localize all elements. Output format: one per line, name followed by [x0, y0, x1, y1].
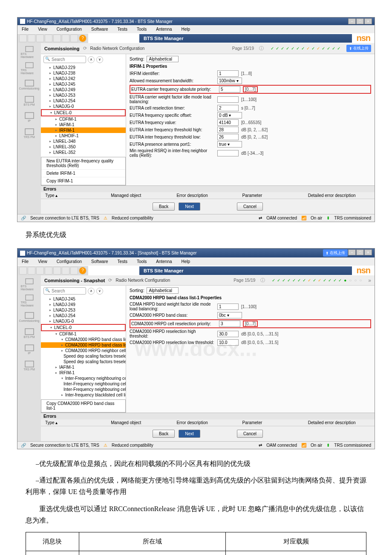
- tb-btn-1[interactable]: [19, 35, 27, 42]
- menu-tests[interactable]: Tests: [113, 258, 132, 265]
- property-value[interactable]: [217, 304, 239, 310]
- error-column-header[interactable]: Parameter: [241, 420, 306, 425]
- tree-item[interactable]: LNADJ-254: [41, 313, 126, 318]
- property-value[interactable]: true ▾: [217, 141, 242, 147]
- tree-item[interactable]: LNADJ-254: [41, 98, 126, 104]
- tree-item[interactable]: LNADJG-0: [41, 318, 126, 324]
- help-icon[interactable]: ?: [79, 267, 86, 275]
- tb-btn-1[interactable]: [19, 267, 27, 275]
- tree-item[interactable]: LNADJ-249: [41, 87, 126, 92]
- context-menu-item[interactable]: Copy IRFIM-1: [41, 177, 125, 185]
- tree-item[interactable]: LNADJ-245: [41, 296, 126, 302]
- tree-item[interactable]: LNREL-348: [41, 139, 126, 144]
- error-column-header[interactable]: Type ▴: [43, 193, 109, 198]
- tb-btn-6[interactable]: [62, 35, 69, 42]
- menu-software[interactable]: Software: [87, 26, 112, 32]
- sort-select[interactable]: Alphabetical: [147, 287, 178, 294]
- sidebar-bts-pm[interactable]: BTS PM: [21, 327, 38, 339]
- sidebar-ip[interactable]: IP: [21, 110, 38, 123]
- tree-item[interactable]: IRFIM-1: [41, 370, 126, 376]
- search-prev-button[interactable]: ∧: [88, 288, 95, 295]
- context-menu-item[interactable]: New EUTRA inter-frequency quality thresh…: [41, 157, 125, 170]
- tb-btn-6[interactable]: [62, 267, 69, 275]
- property-value[interactable]: [217, 331, 239, 337]
- info-icon[interactable]: ⓘ: [260, 277, 265, 283]
- tree-item[interactable]: LNHOIF-1: [41, 133, 126, 139]
- close-button[interactable]: ×: [364, 18, 372, 24]
- tree-item[interactable]: LNADJ-242: [41, 76, 126, 81]
- property-value[interactable]: [217, 119, 239, 126]
- sidebar-trs-hardware[interactable]: TRS Hardware: [21, 62, 38, 75]
- next-button[interactable]: Next: [179, 430, 200, 438]
- menu-view[interactable]: View: [34, 258, 52, 265]
- tree-item[interactable]: CDFIM-1: [41, 331, 126, 337]
- tree-item[interactable]: LNADJ-253: [41, 307, 126, 313]
- back-button[interactable]: Back: [153, 430, 175, 438]
- menu-software[interactable]: Software: [87, 258, 112, 265]
- tree-item[interactable]: Speed dep scaling factors treselection H…: [41, 359, 126, 364]
- tb-btn-3[interactable]: [36, 35, 44, 42]
- tree-item[interactable]: CDMA2000 HRPD band class list-1: [41, 342, 126, 348]
- tree-item[interactable]: LNADJ-253: [41, 92, 126, 98]
- menu-help[interactable]: Help: [177, 258, 195, 265]
- sidebar-bts-hardware[interactable]: BTS Hardware: [21, 278, 38, 291]
- tree-item[interactable]: CDMA2000 HRPD band class list: [41, 337, 126, 342]
- tree-item[interactable]: Speed dep scaling factors treselection 1…: [41, 353, 126, 359]
- menu-antenna[interactable]: Antenna: [152, 26, 176, 32]
- error-column-header[interactable]: Managed object: [109, 193, 175, 198]
- menu-help[interactable]: Help: [177, 26, 195, 32]
- tree-item[interactable]: Inter-Frequency neighbouring cell list-1: [41, 381, 126, 387]
- tree-item[interactable]: CDMA2000 HRPD neighbor cell list: [41, 348, 126, 353]
- sidebar-trs-hardware[interactable]: TRS Hardware: [21, 294, 38, 307]
- tb-btn-5[interactable]: [53, 35, 61, 42]
- crumb-refresh-icon[interactable]: ⟳: [83, 46, 87, 51]
- tb-btn-3[interactable]: [36, 267, 44, 275]
- sidebar-trs-pm[interactable]: TRS PM: [21, 359, 38, 372]
- context-menu-item[interactable]: Delete IRFIM-1: [41, 170, 125, 177]
- property-value[interactable]: [217, 105, 239, 111]
- tree-item[interactable]: LNREL-350: [41, 144, 126, 150]
- menu-configuration[interactable]: Configuration: [52, 26, 86, 32]
- sidebar-commissioning[interactable]: Commissioning: [21, 310, 38, 323]
- tree-item[interactable]: LNCEL-0: [41, 109, 126, 116]
- tree-item[interactable]: LNADJ-229: [41, 65, 126, 70]
- search-input[interactable]: [43, 287, 86, 295]
- property-value[interactable]: [219, 321, 240, 327]
- menu-antenna[interactable]: Antenna: [152, 258, 176, 265]
- crumb-refresh-icon[interactable]: ⟳: [108, 278, 112, 283]
- menu-tools[interactable]: Tools: [133, 258, 151, 265]
- property-value[interactable]: [217, 339, 239, 346]
- tree-item[interactable]: LNADJ-245: [41, 81, 126, 87]
- search-next-button[interactable]: ∨: [96, 288, 103, 295]
- context-menu-item[interactable]: Copy CDMA2000 HRPD band class list-1: [41, 400, 125, 412]
- tb-btn-4[interactable]: [45, 267, 52, 275]
- cancel-button[interactable]: Cancel: [237, 430, 263, 438]
- error-column-header[interactable]: Parameter: [241, 193, 306, 198]
- upload-button[interactable]: ⬆在线上传: [323, 249, 348, 257]
- search-next-button[interactable]: ∨: [96, 56, 103, 63]
- error-column-header[interactable]: Type ▴: [43, 420, 109, 425]
- menu-tools[interactable]: Tools: [133, 26, 151, 32]
- info-icon[interactable]: ⓘ: [259, 45, 264, 52]
- tree-item[interactable]: LNADJ-249: [41, 302, 126, 307]
- property-value[interactable]: [217, 70, 239, 77]
- property-value[interactable]: 100mbw ▾: [217, 78, 242, 84]
- tb-btn-2[interactable]: [28, 267, 35, 275]
- property-value[interactable]: [217, 134, 239, 140]
- tb-btn-7[interactable]: [70, 35, 78, 42]
- menu-configuration[interactable]: Configuration: [52, 258, 86, 265]
- property-value[interactable]: [219, 86, 240, 92]
- tb-btn-7[interactable]: [70, 267, 78, 275]
- upload-button[interactable]: ⬆在线上传: [346, 45, 371, 52]
- tree-item[interactable]: Inter-frequency blacklisted cell list: [41, 392, 126, 398]
- property-value[interactable]: 0bc ▾: [217, 312, 242, 318]
- back-button[interactable]: Back: [153, 202, 175, 211]
- tb-btn-5[interactable]: [53, 267, 61, 275]
- tree-item[interactable]: IAFIM-1: [41, 364, 126, 370]
- cancel-button[interactable]: Cancel: [237, 202, 263, 211]
- sort-select[interactable]: Alphabetical: [147, 56, 178, 62]
- menu-tests[interactable]: Tests: [113, 26, 132, 32]
- property-value[interactable]: [217, 127, 239, 133]
- tree-item[interactable]: IRFIM-1: [41, 127, 126, 133]
- tree-item[interactable]: IAFIM-1: [41, 122, 126, 127]
